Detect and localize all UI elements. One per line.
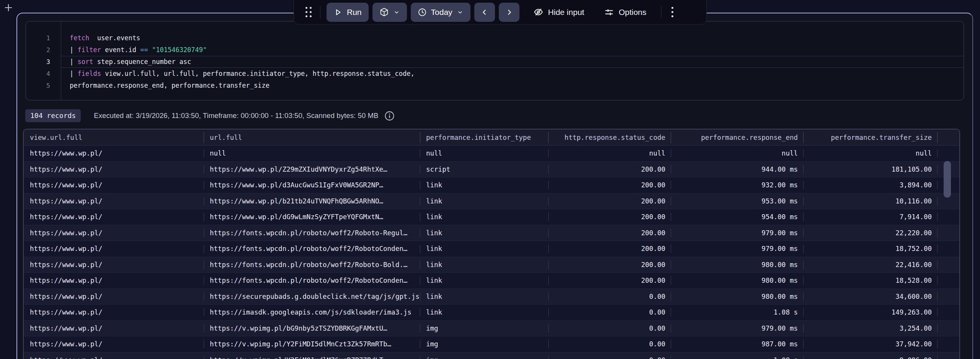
table-cell[interactable]: null bbox=[420, 146, 548, 161]
table-cell[interactable]: 200.00 bbox=[548, 257, 671, 273]
next-timeframe-button[interactable] bbox=[499, 3, 519, 22]
table-cell[interactable]: https://securepubads.g.doubleclick.net/t… bbox=[204, 289, 420, 305]
table-cell[interactable]: 18,752.00 bbox=[803, 241, 937, 257]
table-cell[interactable]: 3,894.00 bbox=[803, 177, 937, 193]
table-cell[interactable]: 200.00 bbox=[548, 241, 671, 257]
query-editor[interactable]: 12345 fetch user.events| filter event.id… bbox=[26, 21, 964, 100]
table-cell[interactable]: https://www.wp.pl/ bbox=[24, 177, 204, 193]
table-cell[interactable]: 979.00 ms bbox=[671, 225, 803, 241]
table-cell[interactable]: https://imasdk.googleapis.com/js/sdkload… bbox=[204, 305, 420, 320]
table-cell[interactable]: https://www.wp.pl/ bbox=[24, 273, 204, 289]
column-header[interactable]: performance.transfer_size bbox=[803, 130, 937, 145]
options-button[interactable]: Options bbox=[599, 7, 651, 17]
table-cell[interactable]: 37,942.00 bbox=[803, 336, 937, 352]
table-cell[interactable]: null bbox=[548, 146, 671, 161]
table-cell[interactable]: null bbox=[803, 146, 937, 161]
table-cell[interactable]: https://www.wp.pl/ bbox=[24, 209, 204, 225]
table-cell[interactable]: link bbox=[420, 209, 548, 225]
table-cell[interactable]: 149,263.00 bbox=[803, 305, 937, 320]
code-line[interactable]: | filter event.id == "101546320749" bbox=[61, 44, 964, 56]
table-cell[interactable]: https://www.wp.pl/d3AucGwuS1IgFxV0WA5GR2… bbox=[204, 177, 420, 193]
table-cell[interactable]: https://www.wp.pl/ bbox=[24, 146, 204, 161]
table-cell[interactable]: 200.00 bbox=[548, 177, 671, 193]
table-cell[interactable]: 953.00 ms bbox=[671, 193, 803, 209]
table-cell[interactable]: link bbox=[420, 193, 548, 209]
table-cell[interactable]: https://www.wp.pl/ bbox=[24, 305, 204, 320]
table-cell[interactable]: https://www.wp.pl/dG9wLmNzSyZYFTpeYQFGMx… bbox=[204, 209, 420, 225]
table-cell[interactable]: 980.00 ms bbox=[671, 257, 803, 273]
scrollbar-thumb[interactable] bbox=[944, 161, 951, 198]
table-cell[interactable]: link bbox=[420, 241, 548, 257]
table-cell[interactable]: https://www.wp.pl/ bbox=[24, 193, 204, 209]
table-cell[interactable]: link bbox=[420, 257, 548, 273]
table-cell[interactable]: 0.00 bbox=[548, 321, 671, 336]
table-cell[interactable]: 18,528.00 bbox=[803, 273, 937, 289]
previous-timeframe-button[interactable] bbox=[474, 3, 495, 22]
table-cell[interactable]: 9,096.00 bbox=[803, 352, 937, 359]
column-header[interactable]: view.url.full bbox=[24, 130, 204, 145]
table-cell[interactable]: script bbox=[420, 162, 548, 177]
info-icon[interactable] bbox=[384, 111, 395, 121]
table-cell[interactable]: 0.00 bbox=[548, 352, 671, 359]
table-cell[interactable]: https://www.wp.pl/ bbox=[24, 352, 204, 359]
code-line[interactable]: performance.response_end, performance.tr… bbox=[61, 80, 964, 92]
table-cell[interactable]: 0.00 bbox=[548, 305, 671, 320]
code-line[interactable]: | sort step.sequence_number asc bbox=[61, 56, 964, 68]
table-cell[interactable]: 0.00 bbox=[548, 336, 671, 352]
table-cell[interactable]: 200.00 bbox=[548, 209, 671, 225]
table-cell[interactable]: 979.00 ms bbox=[671, 321, 803, 336]
table-cell[interactable]: 200.00 bbox=[548, 273, 671, 289]
table-cell[interactable]: https://www.wp.pl/ bbox=[24, 162, 204, 177]
table-cell[interactable]: https://www.wp.pl/ bbox=[24, 257, 204, 273]
table-cell[interactable]: https://www.wp.pl/Z29mZXIudVNYDyxrZg54Rh… bbox=[204, 162, 420, 177]
table-cell[interactable]: 22,220.00 bbox=[803, 225, 937, 241]
table-cell[interactable]: null bbox=[671, 146, 803, 161]
column-header[interactable]: performance.initiator_type bbox=[420, 130, 548, 145]
table-cell[interactable]: https://www.wp.pl/b21tb24uTVNQFhQBGw5ARh… bbox=[204, 193, 420, 209]
table-cell[interactable]: https://www.wp.pl/ bbox=[24, 289, 204, 305]
table-cell[interactable]: 200.00 bbox=[548, 193, 671, 209]
code-line[interactable]: fetch user.events bbox=[61, 32, 964, 44]
table-cell[interactable]: 22,416.00 bbox=[803, 257, 937, 273]
table-cell[interactable]: 987.00 ms bbox=[671, 336, 803, 352]
table-cell[interactable]: 7,914.00 bbox=[803, 209, 937, 225]
code-line[interactable]: | fields view.url.full, url.full, perfor… bbox=[61, 68, 964, 80]
table-cell[interactable]: https://www.wp.pl/ bbox=[24, 321, 204, 336]
table-cell[interactable]: https://fonts.wpcdn.pl/roboto/woff2/Robo… bbox=[204, 225, 420, 241]
run-button[interactable]: Run bbox=[327, 3, 369, 22]
table-cell[interactable]: https://www.wp.pl/ bbox=[24, 225, 204, 241]
table-cell[interactable]: 980.00 ms bbox=[671, 273, 803, 289]
table-cell[interactable]: 932.00 ms bbox=[671, 177, 803, 193]
table-cell[interactable]: https://fonts.wpcdn.pl/roboto/woff2/Robo… bbox=[204, 273, 420, 289]
table-cell[interactable]: https://fonts.wpcdn.pl/roboto/woff2/Robo… bbox=[204, 257, 420, 273]
table-cell[interactable]: https://www.wp.pl/ bbox=[24, 241, 204, 257]
hide-input-button[interactable]: Hide input bbox=[529, 7, 589, 17]
table-cell[interactable]: img bbox=[420, 352, 548, 359]
table-cell[interactable]: 10,116.00 bbox=[803, 193, 937, 209]
table-cell[interactable]: https://v.wpimg.pl/bG9nby5zTSZYDBRKGgFAM… bbox=[204, 321, 420, 336]
table-cell[interactable]: https://v.wpimg.pl/Y2FiMDI5dlMnCzt3Zk57R… bbox=[204, 336, 420, 352]
table-cell[interactable]: null bbox=[204, 146, 420, 161]
table-cell[interactable]: 980.00 ms bbox=[671, 289, 803, 305]
table-cell[interactable]: https://www.wp.pl/ bbox=[24, 336, 204, 352]
table-cell[interactable]: img bbox=[420, 336, 548, 352]
table-cell[interactable]: 200.00 bbox=[548, 225, 671, 241]
more-actions-button[interactable] bbox=[668, 7, 677, 17]
table-cell[interactable]: https://fonts.wpcdn.pl/roboto/woff2/Robo… bbox=[204, 241, 420, 257]
column-header[interactable]: url.full bbox=[204, 130, 420, 145]
table-cell[interactable]: img bbox=[420, 321, 548, 336]
table-cell[interactable]: 1.08 s bbox=[671, 305, 803, 320]
table-cell[interactable]: link bbox=[420, 305, 548, 320]
table-cell[interactable]: 954.00 ms bbox=[671, 209, 803, 225]
add-section-button[interactable] bbox=[4, 3, 13, 12]
table-cell[interactable]: 34,600.00 bbox=[803, 289, 937, 305]
table-cell[interactable]: 0.00 bbox=[548, 289, 671, 305]
table-cell[interactable]: 1.08 s bbox=[671, 352, 803, 359]
drag-handle[interactable] bbox=[303, 7, 314, 17]
table-cell[interactable]: 181,105.00 bbox=[803, 162, 937, 177]
visualization-picker-button[interactable] bbox=[372, 3, 407, 22]
table-cell[interactable]: link bbox=[420, 289, 548, 305]
table-cell[interactable]: 944.00 ms bbox=[671, 162, 803, 177]
table-cell[interactable]: 3,254.00 bbox=[803, 321, 937, 336]
column-header[interactable]: http.response.status_code bbox=[548, 130, 671, 145]
